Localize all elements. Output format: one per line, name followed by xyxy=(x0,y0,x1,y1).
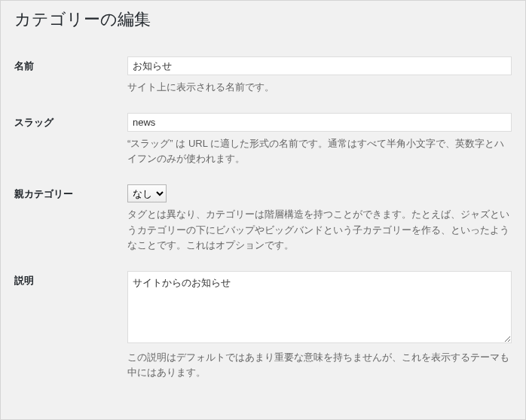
edit-category-page: カテゴリーの編集 名前 サイト上に表示される名前です。 スラッグ “スラッグ” … xyxy=(0,0,526,420)
parent-select[interactable]: なし xyxy=(127,184,167,202)
label-parent: 親カテゴリー xyxy=(14,175,127,261)
row-name: 名前 サイト上に表示される名前です。 xyxy=(14,47,512,104)
form-table: 名前 サイト上に表示される名前です。 スラッグ “スラッグ” は URL に適し… xyxy=(14,47,512,389)
name-input[interactable] xyxy=(127,56,512,75)
row-description: 説明 サイトからのお知らせ この説明はデフォルトではあまり重要な意味を持ちません… xyxy=(14,262,512,389)
slug-input[interactable] xyxy=(127,113,512,132)
label-description: 説明 xyxy=(14,262,127,389)
help-slug: “スラッグ” は URL に適した形式の名前です。通常はすべて半角小文字で、英数… xyxy=(127,136,512,166)
help-parent: タグとは異なり、カテゴリーは階層構造を持つことができます。たとえば、ジャズという… xyxy=(127,207,512,252)
description-textarea[interactable]: サイトからのお知らせ xyxy=(127,271,512,343)
row-slug: スラッグ “スラッグ” は URL に適した形式の名前です。通常はすべて半角小文… xyxy=(14,104,512,175)
label-name: 名前 xyxy=(14,47,127,104)
label-slug: スラッグ xyxy=(14,104,127,175)
page-title: カテゴリーの編集 xyxy=(14,8,512,31)
row-parent: 親カテゴリー なし タグとは異なり、カテゴリーは階層構造を持つことができます。た… xyxy=(14,175,512,261)
help-description: この説明はデフォルトではあまり重要な意味を持ちませんが、これを表示するテーマも中… xyxy=(127,350,512,380)
help-name: サイト上に表示される名前です。 xyxy=(127,80,512,95)
